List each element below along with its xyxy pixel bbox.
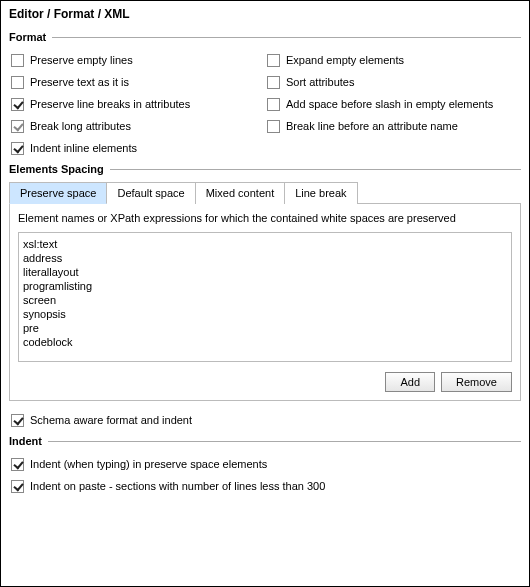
indent-group: Indent Indent (when typing) in preserve … xyxy=(9,435,521,497)
checkbox-icon xyxy=(11,414,24,427)
remove-button[interactable]: Remove xyxy=(441,372,512,392)
tab-mixed-content[interactable]: Mixed content xyxy=(195,182,285,204)
elements-listbox[interactable]: xsl:text address literallayout programli… xyxy=(18,232,512,362)
list-item[interactable]: synopsis xyxy=(23,307,507,321)
checkbox-label: Break long attributes xyxy=(30,120,131,132)
tab-content: Element names or XPath expressions for w… xyxy=(9,204,521,401)
tab-preserve-space[interactable]: Preserve space xyxy=(9,182,107,204)
format-header: Format xyxy=(9,31,521,43)
schema-aware-row[interactable]: Schema aware format and indent xyxy=(9,409,521,431)
elements-spacing-group: Elements Spacing Preserve space Default … xyxy=(9,163,521,431)
checkbox-icon xyxy=(267,76,280,89)
checkbox-label: Indent (when typing) in preserve space e… xyxy=(30,458,267,470)
format-header-label: Format xyxy=(9,31,46,43)
indent-inline-elements-row[interactable]: Indent inline elements xyxy=(9,137,265,159)
tab-line-break[interactable]: Line break xyxy=(284,182,357,204)
list-item[interactable]: literallayout xyxy=(23,265,507,279)
checkbox-icon xyxy=(267,98,280,111)
checkbox-label: Preserve line breaks in attributes xyxy=(30,98,190,110)
checkbox-icon xyxy=(11,458,24,471)
checkbox-icon xyxy=(11,76,24,89)
tab-label: Preserve space xyxy=(20,187,96,199)
indent-when-typing-row[interactable]: Indent (when typing) in preserve space e… xyxy=(9,453,521,475)
preserve-line-breaks-row[interactable]: Preserve line breaks in attributes xyxy=(9,93,265,115)
break-long-attributes-row[interactable]: Break long attributes xyxy=(9,115,265,137)
checkbox-label: Expand empty elements xyxy=(286,54,404,66)
checkbox-icon xyxy=(11,142,24,155)
elements-spacing-header-label: Elements Spacing xyxy=(9,163,104,175)
preserve-text-as-is-row[interactable]: Preserve text as it is xyxy=(9,71,265,93)
list-item[interactable]: xsl:text xyxy=(23,237,507,251)
expand-empty-elements-row[interactable]: Expand empty elements xyxy=(265,49,521,71)
tab-label: Mixed content xyxy=(206,187,274,199)
checkbox-label: Preserve empty lines xyxy=(30,54,133,66)
break-line-before-attr-row[interactable]: Break line before an attribute name xyxy=(265,115,521,137)
indent-header: Indent xyxy=(9,435,521,447)
indent-header-label: Indent xyxy=(9,435,42,447)
elements-spacing-header: Elements Spacing xyxy=(9,163,521,175)
divider xyxy=(110,169,521,170)
indent-on-paste-row[interactable]: Indent on paste - sections with number o… xyxy=(9,475,521,497)
checkbox-label: Add space before slash in empty elements xyxy=(286,98,493,110)
format-group: Format Preserve empty lines Preserve tex… xyxy=(9,31,521,159)
checkbox-label: Indent inline elements xyxy=(30,142,137,154)
list-item[interactable]: screen xyxy=(23,293,507,307)
page-title: Editor / Format / XML xyxy=(9,5,521,27)
checkbox-icon xyxy=(267,54,280,67)
preferences-panel: Editor / Format / XML Format Preserve em… xyxy=(0,0,530,587)
format-left-column: Preserve empty lines Preserve text as it… xyxy=(9,49,265,159)
list-item[interactable]: address xyxy=(23,251,507,265)
divider xyxy=(48,441,521,442)
list-item[interactable]: pre xyxy=(23,321,507,335)
checkbox-label: Break line before an attribute name xyxy=(286,120,458,132)
elements-spacing-tabs: Preserve space Default space Mixed conte… xyxy=(9,181,521,204)
tab-default-space[interactable]: Default space xyxy=(106,182,195,204)
list-item[interactable]: programlisting xyxy=(23,279,507,293)
checkbox-label: Preserve text as it is xyxy=(30,76,129,88)
list-item[interactable]: codeblock xyxy=(23,335,507,349)
checkbox-icon xyxy=(267,120,280,133)
checkbox-icon xyxy=(11,98,24,111)
format-right-column: Expand empty elements Sort attributes Ad… xyxy=(265,49,521,159)
checkbox-label: Indent on paste - sections with number o… xyxy=(30,480,325,492)
checkbox-icon xyxy=(11,480,24,493)
tab-label: Default space xyxy=(117,187,184,199)
divider xyxy=(52,37,521,38)
add-button[interactable]: Add xyxy=(385,372,435,392)
preserve-empty-lines-row[interactable]: Preserve empty lines xyxy=(9,49,265,71)
button-row: Add Remove xyxy=(18,372,512,392)
add-space-before-slash-row[interactable]: Add space before slash in empty elements xyxy=(265,93,521,115)
checkbox-icon xyxy=(11,120,24,133)
checkbox-icon xyxy=(11,54,24,67)
sort-attributes-row[interactable]: Sort attributes xyxy=(265,71,521,93)
tab-description: Element names or XPath expressions for w… xyxy=(18,212,512,224)
tab-label: Line break xyxy=(295,187,346,199)
checkbox-label: Sort attributes xyxy=(286,76,354,88)
checkbox-label: Schema aware format and indent xyxy=(30,414,192,426)
